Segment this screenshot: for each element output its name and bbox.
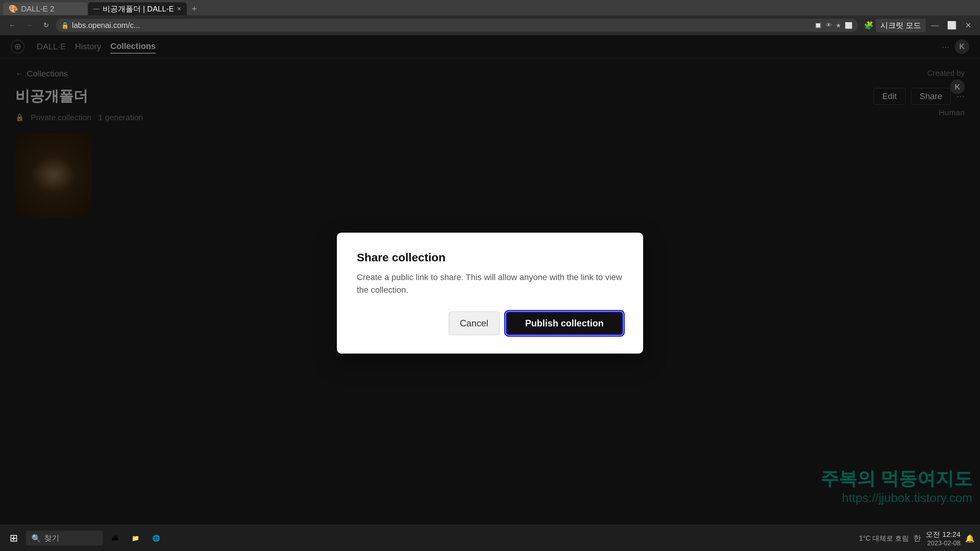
tab-favicon-2: — — [93, 5, 100, 12]
publish-collection-button[interactable]: Publish collection — [506, 311, 623, 335]
browser-nav-bar: ← → ↻ 🔒 labs.openai.com/c... 🔲 👁 ★ ⬜ 🧩 시… — [0, 15, 980, 35]
tab-label-2: 비공개폴더 | DALL-E — [103, 4, 174, 14]
modal-overlay: Share collection Create a public link to… — [0, 35, 980, 551]
modal-description: Create a public link to share. This will… — [357, 271, 623, 296]
forward-button[interactable]: → — [22, 18, 36, 32]
notification-icon[interactable]: 🔔 — [965, 534, 975, 543]
tab-favicon-1: 🎨 — [8, 4, 18, 13]
search-icon: 🔍 — [31, 534, 41, 543]
file-explorer-button[interactable]: 📁 — [127, 530, 144, 547]
maximize-icon[interactable]: ⬜ — [944, 21, 960, 30]
modal-actions: Cancel Publish collection — [357, 311, 623, 335]
taskbar-search-box[interactable]: 🔍 찾기 — [26, 531, 103, 546]
eye-icon[interactable]: 👁 — [826, 22, 832, 29]
system-clock: 오전 12:24 2023-02-08 — [926, 530, 960, 547]
windows-start-button[interactable]: ⊞ — [5, 530, 22, 547]
close-icon[interactable]: ✕ — [962, 21, 975, 30]
language-indicator: 한 — [913, 533, 921, 543]
minimize-icon[interactable]: — — [928, 21, 942, 30]
tabs-bar: 🎨 DALL-E 2 — 비공개폴더 | DALL-E ✕ + — [0, 0, 980, 15]
app-area: ⊕ DALL·E History Collections ··· K ← Col… — [0, 35, 980, 551]
back-button[interactable]: ← — [5, 18, 19, 32]
tab-label-1: DALL-E 2 — [21, 5, 82, 13]
clock-date: 2023-02-08 — [926, 540, 960, 547]
url-text: labs.openai.com/c... — [72, 21, 140, 30]
tab-collections[interactable]: — 비공개폴더 | DALL-E ✕ — [88, 2, 187, 15]
lock-security-icon: 🔒 — [61, 22, 69, 29]
clock-time: 오전 12:24 — [926, 530, 960, 540]
address-bar[interactable]: 🔒 labs.openai.com/c... 🔲 👁 ★ ⬜ — [56, 19, 858, 32]
screenshot-icon[interactable]: 🔲 — [814, 22, 822, 29]
share-collection-modal: Share collection Create a public link to… — [337, 233, 643, 354]
task-view-button[interactable]: 🏙 — [106, 530, 123, 547]
weather-text: 1°C 대체로 흐림 — [859, 534, 909, 543]
search-placeholder: 찾기 — [44, 533, 59, 543]
chrome-taskbar-button[interactable]: 🌐 — [148, 530, 165, 547]
profile-icon[interactable]: ⬜ — [845, 22, 853, 29]
browser-chrome: 🎨 DALL-E 2 — 비공개폴더 | DALL-E ✕ + ← → ↻ 🔒 … — [0, 0, 980, 35]
extensions-icon[interactable]: 🧩 — [864, 21, 874, 30]
bookmark-icon[interactable]: ★ — [836, 22, 841, 29]
browser-right-controls: 🧩 시크릿 모드 — ⬜ ✕ — [864, 19, 975, 32]
taskbar: ⊞ 🔍 찾기 🏙 📁 🌐 1°C 대체로 흐림 한 오전 12:24 2023-… — [0, 525, 980, 551]
reload-button[interactable]: ↻ — [39, 18, 53, 32]
new-tab-button[interactable]: + — [188, 2, 201, 15]
cancel-button[interactable]: Cancel — [449, 311, 500, 335]
modal-title: Share collection — [357, 251, 623, 264]
tab-dalle2[interactable]: 🎨 DALL-E 2 — [3, 2, 87, 15]
profile-badge[interactable]: 시크릿 모드 — [876, 19, 926, 32]
tab-close-icon[interactable]: ✕ — [177, 6, 181, 12]
taskbar-right: 1°C 대체로 흐림 한 오전 12:24 2023-02-08 🔔 — [859, 530, 975, 547]
